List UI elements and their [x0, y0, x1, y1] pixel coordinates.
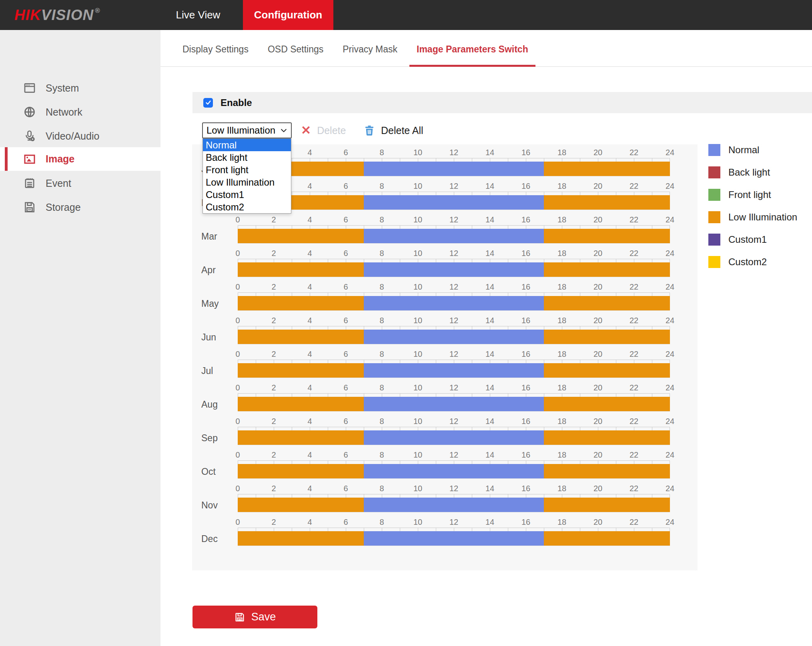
- axis-tick-label: 18: [557, 450, 566, 460]
- schedule-segment-normal[interactable]: [364, 498, 544, 512]
- dropdown-option-custom1[interactable]: Custom1: [203, 188, 291, 201]
- delete-button[interactable]: ✕ Delete: [301, 123, 346, 138]
- schedule-bar[interactable]: [238, 162, 670, 176]
- axis-tick-label: 16: [521, 450, 530, 460]
- axis-tick: [346, 461, 346, 464]
- tab-osd-settings[interactable]: OSD Settings: [261, 44, 331, 66]
- delete-all-button[interactable]: Delete All: [363, 122, 423, 138]
- axis-tick: [490, 259, 490, 262]
- schedule-segment-low-illumination[interactable]: [544, 430, 670, 445]
- enable-checkbox[interactable]: [203, 98, 213, 108]
- schedule-segment-normal[interactable]: [364, 397, 544, 411]
- axis-tick-label: 12: [449, 518, 458, 527]
- schedule-segment-low-illumination[interactable]: [544, 262, 670, 277]
- schedule-segment-normal[interactable]: [364, 229, 544, 243]
- axis-tick: [382, 494, 382, 498]
- dropdown-option-normal[interactable]: Normal: [203, 139, 291, 151]
- axis-tick-label: 6: [343, 383, 348, 392]
- nav-configuration[interactable]: Configuration: [243, 0, 333, 30]
- schedule-row-oct: Oct024681012141618202224: [192, 450, 698, 483]
- axis-tick-label: 0: [235, 417, 240, 426]
- dropdown-option-custom2[interactable]: Custom2: [203, 201, 291, 213]
- axis-tick-label: 10: [413, 484, 422, 493]
- save-button[interactable]: Save: [192, 606, 317, 628]
- schedule-segment-normal[interactable]: [364, 296, 544, 310]
- schedule-segment-low-illumination[interactable]: [544, 330, 670, 344]
- axis-tick: [508, 427, 508, 430]
- axis-tick-labels: 024681012141618202224: [238, 450, 670, 459]
- legend-swatch: [708, 189, 720, 201]
- schedule-segment-low-illumination[interactable]: [238, 229, 364, 243]
- schedule-segment-low-illumination[interactable]: [544, 397, 670, 411]
- schedule-segment-low-illumination[interactable]: [544, 296, 670, 310]
- schedule-segment-low-illumination[interactable]: [544, 162, 670, 176]
- schedule-bar[interactable]: [238, 262, 670, 277]
- schedule-bar[interactable]: [238, 498, 670, 512]
- schedule-segment-normal[interactable]: [364, 363, 544, 378]
- axis-tick: [490, 427, 490, 430]
- dropdown-option-front-light[interactable]: Front light: [203, 164, 291, 176]
- schedule-segment-normal[interactable]: [364, 195, 544, 210]
- axis-tick: [670, 226, 670, 229]
- schedule-bar[interactable]: [238, 363, 670, 378]
- schedule-segment-low-illumination[interactable]: [544, 229, 670, 243]
- schedule-segment-normal[interactable]: [364, 262, 544, 277]
- axis-ticks: [238, 460, 670, 464]
- sidebar-item-network[interactable]: Network: [0, 100, 160, 124]
- schedule-segment-low-illumination[interactable]: [238, 262, 364, 277]
- axis-tick: [418, 293, 418, 296]
- schedule-segment-low-illumination[interactable]: [544, 498, 670, 512]
- axis-tick: [436, 326, 436, 330]
- dropdown-option-back-light[interactable]: Back light: [203, 151, 291, 164]
- sidebar-item-event[interactable]: Event: [0, 171, 160, 195]
- axis-tick: [274, 259, 274, 262]
- schedule-bar[interactable]: [238, 296, 670, 311]
- schedule-bar[interactable]: [238, 464, 670, 479]
- axis-tick: [274, 326, 274, 330]
- schedule-segment-normal[interactable]: [364, 531, 544, 546]
- axis-tick: [328, 494, 328, 498]
- parameter-mode-select[interactable]: Low Illumination: [202, 122, 292, 138]
- sidebar-item-system[interactable]: System: [0, 76, 160, 100]
- schedule-bar[interactable]: [238, 229, 670, 244]
- axis-tick: [670, 528, 670, 531]
- schedule-segment-low-illumination[interactable]: [238, 464, 364, 478]
- schedule-segment-low-illumination[interactable]: [238, 363, 364, 378]
- schedule-segment-low-illumination[interactable]: [544, 531, 670, 546]
- schedule-segment-low-illumination[interactable]: [238, 296, 364, 310]
- schedule-segment-low-illumination[interactable]: [238, 531, 364, 546]
- schedule-segment-normal[interactable]: [364, 464, 544, 478]
- schedule-segment-low-illumination[interactable]: [544, 464, 670, 478]
- schedule-bar[interactable]: [238, 195, 670, 210]
- schedule-segment-low-illumination[interactable]: [238, 498, 364, 512]
- axis-tick-label: 0: [235, 484, 240, 493]
- schedule-segment-normal[interactable]: [364, 162, 544, 176]
- schedule-bar[interactable]: [238, 330, 670, 344]
- month-label: Dec: [201, 534, 218, 544]
- axis-tick-labels: 024681012141618202224: [238, 383, 670, 392]
- schedule-segment-low-illumination[interactable]: [238, 430, 364, 445]
- tab-image-parameters-switch[interactable]: Image Parameters Switch: [409, 44, 535, 66]
- schedule-bar[interactable]: [238, 430, 670, 445]
- axis-tick: [382, 461, 382, 464]
- sidebar-item-storage[interactable]: Storage: [0, 195, 160, 219]
- schedule-segment-normal[interactable]: [364, 430, 544, 445]
- schedule-segment-low-illumination[interactable]: [544, 195, 670, 210]
- axis-tick: [652, 326, 652, 330]
- axis-tick: [508, 259, 508, 262]
- tab-privacy-mask[interactable]: Privacy Mask: [335, 44, 405, 66]
- sidebar-item-video-audio[interactable]: Video/Audio: [0, 124, 160, 148]
- axis-ticks: [238, 393, 670, 397]
- schedule-segment-low-illumination[interactable]: [544, 363, 670, 378]
- schedule-segment-normal[interactable]: [364, 330, 544, 344]
- sidebar-item-image[interactable]: Image: [0, 147, 160, 171]
- schedule-segment-low-illumination[interactable]: [238, 397, 364, 411]
- tab-display-settings[interactable]: Display Settings: [175, 44, 256, 66]
- axis-tick: [472, 461, 472, 464]
- dropdown-option-low-illumination[interactable]: Low Illumination: [203, 176, 291, 188]
- schedule-segment-low-illumination[interactable]: [238, 330, 364, 344]
- axis-tick-label: 10: [413, 316, 422, 325]
- nav-live-view[interactable]: Live View: [168, 0, 228, 30]
- schedule-bar[interactable]: [238, 397, 670, 412]
- schedule-bar[interactable]: [238, 531, 670, 546]
